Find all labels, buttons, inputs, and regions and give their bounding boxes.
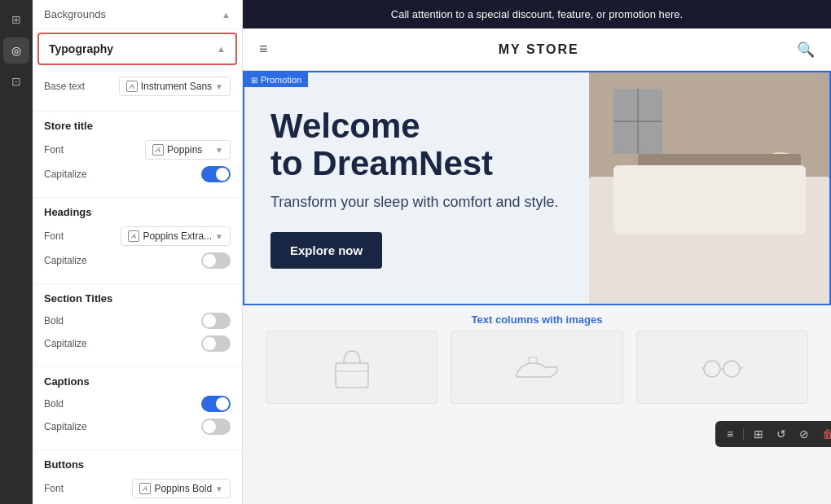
headings-font-value: Poppins Extra... — [143, 230, 212, 242]
base-text-row: Base text A Instrument Sans ▼ — [44, 77, 231, 96]
captions-bold-toggle[interactable] — [201, 396, 231, 412]
hero-image — [589, 72, 829, 304]
search-icon[interactable]: 🔍 — [797, 41, 815, 59]
section-titles-capitalize-toggle[interactable] — [201, 335, 231, 352]
store-title-capitalize-label: Capitalize — [44, 169, 87, 180]
headings-capitalize-row: Capitalize — [44, 252, 231, 269]
backgrounds-section-header[interactable]: Backgrounds ▲ — [33, 0, 242, 29]
settings-panel: Backgrounds ▲ Typography ▲ Base text A I… — [33, 0, 243, 504]
store-name: MY STORE — [281, 42, 797, 57]
headings-heading: Headings — [44, 206, 231, 218]
captions-capitalize-row: Capitalize — [44, 419, 231, 435]
section-titles-capitalize-row: Capitalize — [44, 335, 231, 352]
apps-icon[interactable]: ⊡ — [3, 68, 29, 94]
hero-title: Welcome to DreamNest — [270, 107, 563, 182]
svg-point-11 — [719, 195, 744, 224]
typography-chevron-icon: ▲ — [217, 44, 226, 54]
section-titles-heading: Section Titles — [44, 292, 231, 305]
hero-cta-button[interactable]: Explore now — [270, 232, 382, 269]
buttons-chevron-icon: ▼ — [215, 484, 223, 493]
headings-group: Headings Font A Poppins Extra... ▼ Capit… — [33, 198, 242, 284]
promotion-label: ⊞ Promotion — [244, 72, 308, 87]
store-title-capitalize-row: Capitalize — [44, 166, 231, 182]
captions-bold-row: Bold — [44, 396, 231, 412]
grid-icon[interactable]: ⊞ — [3, 7, 29, 33]
section-titles-group: Section Titles Bold Capitalize — [33, 284, 242, 367]
theme-icon[interactable]: ◎ — [3, 37, 29, 64]
shoes-sketch — [512, 343, 561, 392]
captions-bold-label: Bold — [44, 398, 64, 410]
store-title-font-select[interactable]: A Poppins ▼ — [145, 140, 231, 160]
announcement-text: Call attention to a special discount, fe… — [391, 8, 683, 20]
toolbar-sep-1 — [743, 428, 744, 440]
typography-section-header[interactable]: Typography ▲ — [39, 34, 235, 64]
buttons-font-value: Poppins Bold — [154, 483, 212, 494]
store-title-font-label: Font — [44, 144, 64, 156]
panel-content: Backgrounds ▲ Typography ▲ Base text A I… — [33, 0, 242, 504]
store-title-font-row: Font A Poppins ▼ — [44, 140, 231, 160]
typography-section: Typography ▲ — [37, 33, 237, 65]
captions-group: Captions Bold Capitalize — [33, 367, 242, 450]
toolbar-refresh-icon[interactable]: ↺ — [773, 426, 789, 442]
hero-title-line1: Welcome — [270, 107, 420, 145]
product-card-3 — [636, 331, 808, 404]
captions-capitalize-toggle[interactable] — [201, 419, 231, 435]
columns-section-label: Text columns with images — [243, 305, 831, 331]
headings-capitalize-toggle[interactable] — [201, 252, 231, 269]
store-title-group: Store title Font A Poppins ▼ Capitalize — [33, 112, 242, 198]
base-text-font-select[interactable]: A Instrument Sans ▼ — [119, 77, 231, 96]
svg-rect-9 — [715, 195, 772, 223]
store-title-font-value: Poppins — [167, 144, 202, 156]
hamburger-icon[interactable]: ≡ — [259, 41, 268, 58]
buttons-font-row: Font A Poppins Bold ▼ — [44, 479, 231, 498]
svg-rect-12 — [336, 363, 368, 388]
headings-font-label: Font — [44, 230, 64, 242]
store-title-capitalize-toggle[interactable] — [201, 166, 231, 182]
promotion-text: Promotion — [261, 75, 301, 85]
toolbar-move-icon[interactable]: ≡ — [723, 426, 736, 442]
floating-toolbar: ≡ ⊞ ↺ ⊘ 🗑 — [715, 421, 831, 447]
toolbar-delete-icon[interactable]: 🗑 — [819, 426, 831, 442]
announcement-bar: Call attention to a special discount, fe… — [243, 0, 831, 28]
hero-section: ⊞ Promotion Welcome to DreamNest Transfo… — [243, 71, 831, 305]
buttons-font-select[interactable]: A Poppins Bold ▼ — [132, 479, 231, 498]
headings-capitalize-label: Capitalize — [44, 255, 87, 266]
hero-title-line2: to DreamNest — [270, 144, 493, 182]
store-title-chevron-icon: ▼ — [215, 146, 223, 155]
products-row — [243, 331, 831, 404]
svg-point-14 — [704, 361, 720, 377]
svg-point-15 — [723, 361, 740, 377]
hero-text-area: Welcome to DreamNest Transform your slee… — [244, 72, 589, 304]
section-titles-capitalize-label: Capitalize — [44, 338, 87, 349]
toolbar-settings-icon[interactable]: ⊘ — [796, 426, 812, 442]
bed-scene-graphic — [589, 72, 829, 304]
backgrounds-chevron-icon: ▲ — [222, 10, 231, 20]
buttons-group: Buttons Font A Poppins Bold ▼ Capitalize — [33, 450, 242, 504]
section-titles-bold-label: Bold — [44, 315, 64, 327]
bedroom-svg — [589, 72, 829, 300]
headings-font-row: Font A Poppins Extra... ▼ — [44, 226, 231, 246]
store-nav: ≡ MY STORE 🔍 — [243, 28, 831, 71]
svg-rect-7 — [622, 186, 809, 252]
bag-sketch — [328, 343, 376, 392]
font-a-icon: A — [126, 81, 138, 92]
section-titles-bold-toggle[interactable] — [201, 313, 231, 329]
base-text-label: Base text — [44, 81, 85, 92]
buttons-heading: Buttons — [44, 458, 231, 471]
sidebar-icons-strip: ⊞ ◎ ⊡ — [0, 0, 33, 504]
base-text-font-value: Instrument Sans — [141, 81, 212, 92]
svg-rect-4 — [768, 170, 793, 203]
captions-heading: Captions — [44, 375, 231, 388]
captions-capitalize-label: Capitalize — [44, 421, 87, 432]
headings-chevron-icon: ▼ — [215, 232, 223, 241]
toolbar-grid-icon[interactable]: ⊞ — [750, 426, 767, 442]
headings-font-select[interactable]: A Poppins Extra... ▼ — [121, 226, 231, 246]
hero-subtitle: Transform your sleep with comfort and st… — [270, 192, 563, 213]
typography-label: Typography — [49, 42, 113, 55]
content-area: ⊞ Promotion Welcome to DreamNest Transfo… — [243, 71, 831, 504]
base-text-group: Base text A Instrument Sans ▼ — [33, 68, 242, 112]
glasses-sketch — [697, 343, 746, 392]
product-card-2 — [451, 331, 622, 404]
buttons-font-label: Font — [44, 483, 64, 494]
svg-rect-6 — [638, 154, 801, 186]
